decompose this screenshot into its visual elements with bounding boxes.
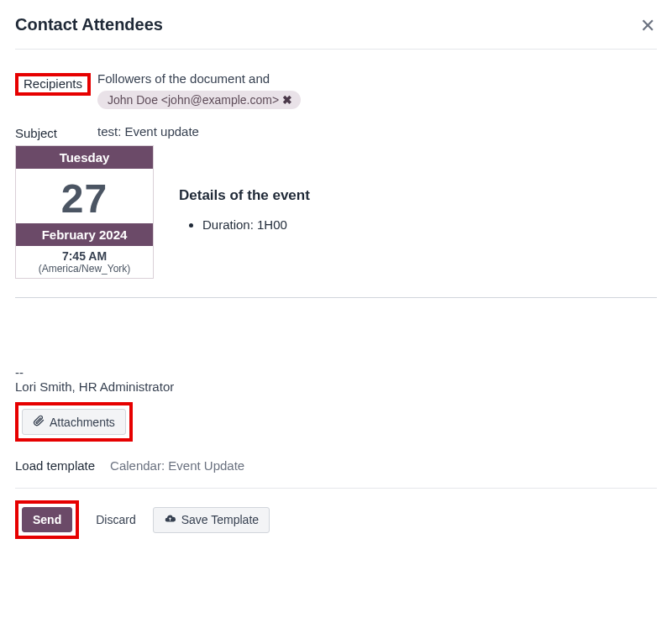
recipient-tag-text: John Doe <john@example.com> [108, 93, 279, 107]
event-details-list: Duration: 1H00 [202, 217, 310, 232]
load-template-row: Load template Calendar: Event Update [15, 458, 657, 473]
contact-attendees-modal: Contact Attendees ✕ Recipients Followers… [0, 0, 672, 551]
recipient-tag[interactable]: John Doe <john@example.com>✖ [97, 91, 301, 109]
paperclip-icon [33, 415, 45, 429]
calendar-weekday: Tuesday [16, 146, 153, 169]
event-details-title: Details of the event [179, 187, 310, 204]
cloud-upload-icon [164, 513, 176, 527]
attachments-button[interactable]: Attachments [22, 409, 126, 435]
recipients-text: Followers of the document and [97, 71, 270, 86]
calendar-timezone: (America/New_York) [16, 263, 153, 278]
event-details-column: Details of the event Duration: 1H00 [179, 145, 310, 279]
send-highlight: Send [15, 500, 79, 539]
attachments-highlight: Attachments [15, 402, 133, 442]
body-divider [15, 297, 657, 298]
recipient-tag-remove-icon[interactable]: ✖ [282, 93, 292, 107]
modal-title: Contact Attendees [15, 15, 163, 34]
load-template-label: Load template [15, 458, 95, 473]
subject-label: Subject [15, 124, 97, 140]
modal-header: Contact Attendees ✕ [15, 15, 657, 37]
recipients-label: Recipients [15, 71, 97, 96]
footer-divider [15, 488, 657, 489]
event-detail-item: Duration: 1H00 [202, 217, 310, 232]
signature-separator: -- [15, 365, 657, 379]
subject-row: Subject test: Event update [15, 124, 657, 140]
send-button[interactable]: Send [22, 507, 72, 532]
save-template-button[interactable]: Save Template [153, 507, 270, 533]
save-template-label: Save Template [181, 513, 259, 526]
calendar-card: Tuesday 27 February 2024 7:45 AM (Americ… [15, 145, 154, 279]
discard-button[interactable]: Discard [86, 508, 145, 531]
recipients-row: Recipients Followers of the document and… [15, 71, 657, 109]
recipients-highlight: Recipients [15, 73, 91, 96]
calendar-time: 7:45 AM [16, 246, 153, 263]
close-icon[interactable]: ✕ [638, 15, 657, 37]
recipients-value[interactable]: Followers of the document and John Doe <… [97, 71, 657, 109]
load-template-value[interactable]: Calendar: Event Update [110, 458, 244, 473]
event-details-block: Tuesday 27 February 2024 7:45 AM (Americ… [15, 145, 657, 279]
calendar-month-year: February 2024 [16, 223, 153, 246]
signature-name: Lori Smith, HR Administrator [15, 379, 657, 394]
subject-value[interactable]: test: Event update [97, 124, 657, 139]
footer-buttons: Send Discard Save Template [15, 500, 657, 551]
calendar-day: 27 [16, 169, 153, 223]
divider [15, 49, 657, 50]
attachments-label: Attachments [50, 416, 115, 429]
